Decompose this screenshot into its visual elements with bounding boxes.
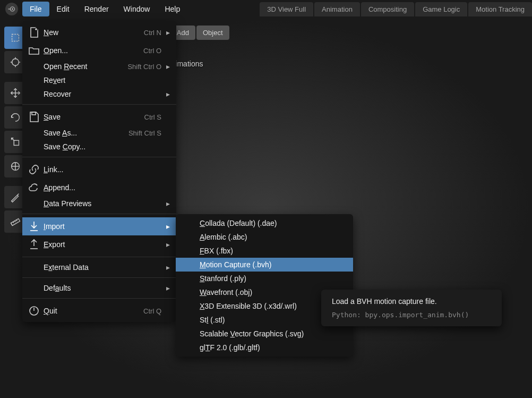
menu-item-open-recent[interactable]: Open RecentShift Ctrl O▸ <box>22 60 176 73</box>
menu-item-save-copy[interactable]: Save Copy... <box>22 140 176 154</box>
menu-help[interactable]: Help <box>157 2 187 16</box>
menu-item-label: Open... <box>44 46 143 55</box>
import-item[interactable]: FBX (.fbx) <box>176 244 353 258</box>
menu-item-label: Append... <box>44 183 165 192</box>
file-menu: NewCtrl N▸Open...Ctrl OOpen RecentShift … <box>22 21 176 322</box>
svg-point-9 <box>12 59 19 66</box>
menu-item-label: FBX (.fbx) <box>200 247 347 255</box>
shortcut-label: Ctrl Q <box>143 307 161 315</box>
workspace-tab[interactable]: 3D View Full <box>260 2 313 16</box>
tooltip-title: Load a BVH motion capture file. <box>332 297 491 306</box>
shortcut-label: Shift Ctrl O <box>127 63 161 71</box>
menubar: FileEditRenderWindowHelp <box>22 2 187 16</box>
menu-item-import[interactable]: Import▸ <box>22 217 176 235</box>
shortcut-label: Ctrl S <box>144 113 162 121</box>
svg-rect-22 <box>11 218 20 225</box>
menu-item-label: Recover <box>44 90 165 98</box>
menu-separator <box>22 157 176 157</box>
import-item[interactable]: Motion Capture (.bvh) <box>176 258 353 272</box>
open-icon <box>28 44 40 57</box>
menu-item-new[interactable]: NewCtrl N▸ <box>22 23 176 41</box>
menu-item-quit[interactable]: QuitCtrl Q <box>22 302 176 320</box>
blender-logo-icon[interactable] <box>5 3 18 15</box>
menu-item-label: Quit <box>44 307 143 315</box>
submenu-arrow-icon: ▸ <box>165 284 170 292</box>
workspace-tabs: 3D View FullAnimationCompositingGame Log… <box>260 2 532 16</box>
menu-item-recover[interactable]: Recover▸ <box>22 87 176 101</box>
svg-line-24 <box>15 221 15 222</box>
workspace-tab[interactable]: Game Logic <box>415 2 467 16</box>
menu-item-external-data[interactable]: External Data▸ <box>22 260 176 274</box>
menu-item-label: glTF 2.0 (.glb/.gltf) <box>200 343 347 352</box>
menu-separator <box>22 298 176 299</box>
menu-item-label: Link... <box>44 165 165 174</box>
menu-separator <box>22 214 176 214</box>
menu-item-label: Save As... <box>44 129 128 137</box>
import-item[interactable]: Collada (Default) (.dae) <box>176 216 353 230</box>
shortcut-label: Ctrl N <box>144 29 161 37</box>
menu-item-save-as[interactable]: Save As...Shift Ctrl S <box>22 126 176 140</box>
menu-item-label: Open Recent <box>44 62 127 71</box>
shortcut-label: Shift Ctrl S <box>128 129 161 137</box>
menu-item-revert[interactable]: Revert <box>22 73 176 87</box>
import-icon <box>28 220 40 233</box>
svg-line-23 <box>13 222 13 223</box>
quit-icon <box>28 304 40 317</box>
import-item[interactable]: Stanford (.ply) <box>176 272 353 285</box>
menu-file[interactable]: File <box>22 2 49 16</box>
menu-item-label: Alembic (.abc) <box>200 233 347 241</box>
import-item[interactable]: Alembic (.abc) <box>176 230 353 244</box>
menu-item-open[interactable]: Open...Ctrl O <box>22 41 176 60</box>
shortcut-label: Ctrl O <box>143 47 161 55</box>
menu-item-defaults[interactable]: Defaults▸ <box>22 281 176 295</box>
submenu-arrow-icon: ▸ <box>165 263 170 272</box>
workspace-tab[interactable]: Motion Tracking <box>468 2 532 16</box>
workspace-tab[interactable]: Animation <box>314 2 360 16</box>
menu-item-label: Import <box>44 222 165 231</box>
import-item[interactable]: glTF 2.0 (.glb/.gltf) <box>176 341 353 354</box>
menu-edit[interactable]: Edit <box>49 2 77 16</box>
menu-item-label: Save <box>44 113 144 121</box>
menu-separator <box>22 277 176 278</box>
menu-item-data-previews[interactable]: Data Previews▸ <box>22 197 176 210</box>
svg-rect-16 <box>14 140 19 145</box>
menu-item-label: Data Previews <box>44 199 165 208</box>
svg-line-21 <box>18 194 19 196</box>
vp-menu-object[interactable]: Object <box>196 26 229 40</box>
menu-render[interactable]: Render <box>77 2 116 16</box>
tooltip: Load a BVH motion capture file. Python: … <box>321 290 502 326</box>
submenu-arrow-icon: ▸ <box>165 240 170 249</box>
menu-item-save[interactable]: SaveCtrl S <box>22 108 176 126</box>
menu-item-label: Revert <box>44 76 165 84</box>
tooltip-python: Python: bpy.ops.import_anim.bvh() <box>332 311 491 319</box>
svg-rect-8 <box>12 35 19 41</box>
svg-point-1 <box>12 9 13 10</box>
svg-rect-29 <box>32 112 36 115</box>
menu-item-label: Stanford (.ply) <box>200 274 347 283</box>
save-icon <box>28 111 40 123</box>
workspace-tab[interactable]: Compositing <box>361 2 414 16</box>
menu-item-link[interactable]: Link... <box>22 160 176 179</box>
submenu-arrow-icon: ▸ <box>165 28 170 37</box>
menu-item-label: Scalable Vector Graphics (.svg) <box>200 329 347 338</box>
import-submenu: Collada (Default) (.dae)Alembic (.abc)FB… <box>176 214 353 357</box>
submenu-arrow-icon: ▸ <box>165 222 170 231</box>
menu-item-label: Motion Capture (.bvh) <box>200 260 347 269</box>
append-icon <box>28 181 40 194</box>
menu-item-label: New <box>44 28 144 37</box>
export-icon <box>28 238 40 251</box>
menu-separator <box>22 257 176 257</box>
submenu-arrow-icon: ▸ <box>165 90 170 98</box>
menu-item-export[interactable]: Export▸ <box>22 235 176 253</box>
menu-item-label: Export <box>44 240 165 249</box>
menu-item-append[interactable]: Append... <box>22 179 176 197</box>
submenu-arrow-icon: ▸ <box>165 199 170 208</box>
link-icon <box>28 163 40 176</box>
menu-separator <box>22 104 176 105</box>
menu-item-label: Save Copy... <box>44 142 165 151</box>
new-icon <box>28 26 40 39</box>
menu-window[interactable]: Window <box>116 2 158 16</box>
svg-line-25 <box>16 220 17 221</box>
menu-item-label: Collada (Default) (.dae) <box>200 219 347 227</box>
import-item[interactable]: Scalable Vector Graphics (.svg) <box>176 327 353 341</box>
